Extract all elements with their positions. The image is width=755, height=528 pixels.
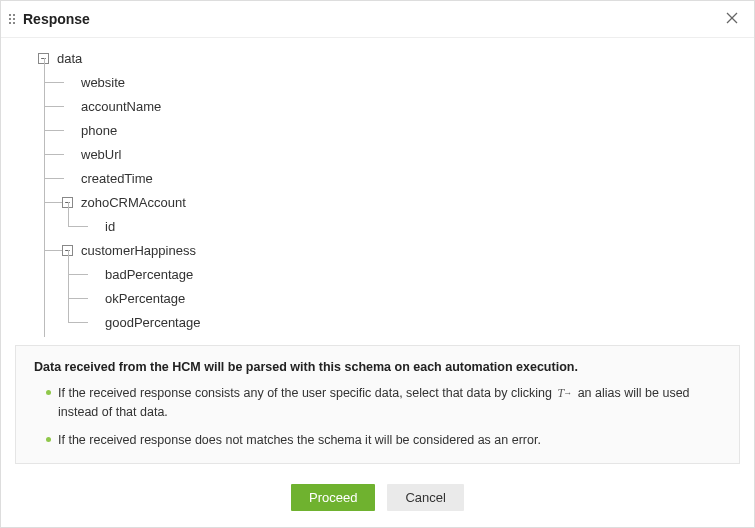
tree-children: website accountName phone webUrl created…	[55, 70, 754, 337]
schema-tree: − data website accountName phone webUrl	[1, 46, 754, 337]
tree-children: id	[79, 214, 754, 238]
tree-leaf[interactable]: phone	[79, 118, 754, 142]
close-button[interactable]	[722, 9, 742, 29]
tree-leaf[interactable]: webUrl	[79, 142, 754, 166]
tree-label: accountName	[79, 99, 161, 114]
tree-label: badPercentage	[103, 267, 193, 282]
drag-handle-icon[interactable]	[9, 14, 15, 24]
tree-row[interactable]: − zohoCRMAccount	[79, 190, 754, 214]
tree-label: goodPercentage	[103, 315, 200, 330]
tree-leaf[interactable]: createdTime	[79, 166, 754, 190]
tree-row[interactable]: − data	[55, 46, 754, 70]
info-list: If the received response consists any of…	[34, 384, 721, 449]
tree-node-data: − data website accountName phone webUrl	[55, 46, 754, 337]
tree-label: website	[79, 75, 125, 90]
dialog-title: Response	[23, 11, 722, 27]
response-dialog: Response − data website accountNa	[1, 1, 754, 527]
tree-label: id	[103, 219, 115, 234]
tree-node-happiness: − customerHappiness badPercentage okPerc…	[79, 238, 754, 334]
close-icon	[726, 12, 738, 24]
tree-row[interactable]: − customerHappiness	[79, 238, 754, 262]
info-item: If the received response does not matche…	[46, 431, 721, 449]
alias-icon: T	[558, 385, 573, 402]
tree-label: webUrl	[79, 147, 121, 162]
tree-label: data	[55, 51, 82, 66]
tree-children: badPercentage okPercentage goodPercentag…	[79, 262, 754, 334]
tree-leaf[interactable]: okPercentage	[103, 286, 754, 310]
tree-leaf[interactable]: website	[79, 70, 754, 94]
tree-leaf[interactable]: goodPercentage	[103, 310, 754, 334]
tree-leaf[interactable]: id	[79, 334, 754, 337]
tree-label: createdTime	[79, 171, 153, 186]
tree-node-zohocrm: − zohoCRMAccount id	[79, 190, 754, 238]
tree-leaf[interactable]: accountName	[79, 94, 754, 118]
proceed-button[interactable]: Proceed	[291, 484, 375, 511]
info-item: If the received response consists any of…	[46, 384, 721, 421]
tree-label: okPercentage	[103, 291, 185, 306]
dialog-header: Response	[1, 1, 754, 38]
tree-label: zohoCRMAccount	[79, 195, 186, 210]
tree-label: phone	[79, 123, 117, 138]
info-title: Data received from the HCM will be parse…	[34, 360, 721, 374]
info-panel: Data received from the HCM will be parse…	[15, 345, 740, 464]
info-text: If the received response consists any of…	[58, 386, 556, 400]
tree-leaf[interactable]: badPercentage	[103, 262, 754, 286]
cancel-button[interactable]: Cancel	[387, 484, 463, 511]
tree-leaf[interactable]: id	[103, 214, 754, 238]
tree-label: customerHappiness	[79, 243, 196, 258]
dialog-footer: Proceed Cancel	[1, 472, 754, 527]
dialog-content: − data website accountName phone webUrl	[1, 38, 754, 337]
